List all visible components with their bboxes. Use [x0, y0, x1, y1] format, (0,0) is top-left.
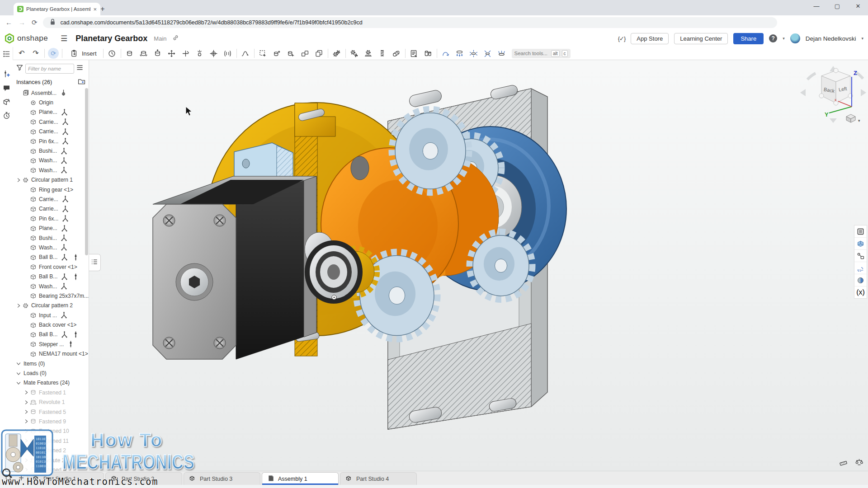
create-folder-icon[interactable] [77, 77, 86, 87]
workspace-name[interactable]: Main [154, 35, 166, 42]
timer-icon[interactable] [1, 110, 11, 120]
variables-icon[interactable]: (x) [854, 286, 867, 298]
address-bar[interactable]: cad.onshape.com/documents/5a13d645118279… [43, 17, 777, 28]
section-row[interactable]: Mate Features (24) [13, 378, 89, 388]
instance-row[interactable]: Front cover <1> [13, 262, 89, 272]
instance-row[interactable]: Wash... [13, 243, 89, 252]
learning-center-button[interactable]: Learning Center [674, 33, 728, 44]
expand-chevron-icon[interactable] [23, 408, 29, 416]
instance-row[interactable]: Wash... [13, 165, 89, 175]
path-relation-icon[interactable] [240, 48, 251, 59]
instance-row[interactable]: Bearing 25x37x7m... [13, 291, 89, 300]
rack-relation-icon[interactable] [363, 48, 374, 59]
reload-icon[interactable]: ⟳ [32, 19, 38, 27]
onshape-logo[interactable]: onshape [5, 33, 48, 43]
explode-step-icon[interactable] [454, 48, 465, 59]
expand-chevron-icon[interactable] [23, 436, 29, 445]
mate-feature-row[interactable]: Fastened 11 [13, 436, 89, 446]
mate-feature-row[interactable]: Fastened 9 [13, 417, 89, 426]
link-icon[interactable] [172, 34, 179, 43]
measure-icon[interactable] [839, 458, 848, 468]
instance-row[interactable]: Ball B... [13, 330, 89, 339]
translate-part-icon[interactable] [166, 48, 177, 59]
tree-scrollbar[interactable] [85, 88, 88, 255]
window-close-icon[interactable]: ✕ [854, 3, 862, 9]
instance-row[interactable]: Origin [13, 98, 89, 107]
group-parts-icon[interactable] [300, 48, 311, 59]
window-minimize-icon[interactable]: — [813, 3, 820, 9]
add-mate-connector-icon[interactable] [1, 69, 11, 79]
featurescript-icon[interactable]: {✓} [618, 35, 626, 42]
parallel-mate-icon[interactable] [222, 48, 233, 59]
instance-row[interactable]: Ball B... [13, 272, 89, 281]
instance-row[interactable]: Assembl... [13, 88, 89, 98]
ball-mate-icon[interactable] [194, 48, 205, 59]
instance-row[interactable]: Back cover <1> [13, 320, 89, 329]
named-views-icon[interactable] [854, 238, 867, 250]
new-tab-button[interactable]: + [98, 4, 108, 14]
mate-feature-row[interactable]: Fastened 5 [13, 407, 89, 417]
belt-relation-icon[interactable] [391, 48, 402, 59]
share-button[interactable]: Share [733, 33, 764, 44]
bom-table-icon[interactable] [409, 48, 420, 59]
screw-relation-icon[interactable] [377, 48, 388, 59]
appearance-sphere-icon[interactable] [854, 274, 867, 286]
user-menu-caret-icon[interactable]: ▾ [861, 36, 863, 41]
forward-icon[interactable]: → [19, 19, 25, 27]
rotate-part-icon[interactable] [180, 48, 191, 59]
instance-row[interactable]: Carrie... [13, 117, 89, 127]
section-row[interactable]: Loads (0) [13, 368, 89, 378]
mate-feature-row[interactable]: Revolute 1 [13, 398, 89, 407]
box-select-icon[interactable] [258, 48, 269, 59]
instance-row[interactable]: Plane... [13, 223, 89, 233]
instance-row[interactable]: Pin 6x... [13, 136, 89, 146]
comments-icon[interactable] [1, 83, 11, 93]
instance-row[interactable]: Circular pattern 1 [13, 175, 89, 185]
replicate-gears-icon[interactable] [331, 48, 342, 59]
section-row[interactable]: Items (0) [13, 359, 89, 368]
mate-feature-row[interactable]: Fastened 10 [13, 427, 89, 436]
mate-feature-row[interactable]: Fastened 1 [13, 388, 89, 397]
expand-chevron-icon[interactable] [23, 417, 29, 426]
instance-row[interactable]: Bushi... [13, 233, 89, 243]
element-tab-assembly-1[interactable]: Assembly 1 [262, 472, 339, 485]
collapse-chevron-icon[interactable] [15, 369, 22, 378]
drawing-sheet-icon[interactable] [854, 262, 867, 274]
tab-close-icon[interactable]: × [93, 6, 97, 13]
instance-row[interactable]: Wash... [13, 282, 89, 291]
instance-row[interactable]: Ball B... [13, 253, 89, 262]
revolute-mate-icon[interactable] [138, 48, 149, 59]
mate-feature-row[interactable]: Fastened 4 [13, 465, 89, 471]
instance-row[interactable]: Input ... [13, 310, 89, 320]
instance-row[interactable]: NEMA17 mount <1> [13, 349, 89, 359]
expand-chevron-icon[interactable] [23, 446, 29, 455]
panel-collapse-handle[interactable] [89, 254, 101, 271]
element-tab-part-studio-3[interactable]: Part Studio 3 [184, 472, 260, 485]
expand-chevron-icon[interactable] [15, 301, 22, 310]
select-instance-icon[interactable] [286, 48, 297, 59]
configurations-icon[interactable] [854, 250, 867, 262]
instance-row[interactable]: Ring gear <1> [13, 185, 89, 194]
bom-table-icon[interactable] [854, 225, 867, 238]
expand-chevron-icon[interactable] [15, 176, 22, 184]
instance-row[interactable]: Pin 6x... [13, 214, 89, 223]
user-avatar[interactable] [790, 33, 800, 43]
update-icon[interactable]: ⟳ [48, 48, 59, 59]
user-name[interactable]: Dejan Nedelkovski [806, 35, 856, 42]
search-tools-box[interactable]: Search tools... alt c [512, 49, 571, 58]
insert-derived-icon[interactable] [272, 48, 283, 59]
list-options-icon[interactable] [75, 63, 84, 74]
expand-chevron-icon[interactable] [23, 456, 29, 465]
explode-radial-icon[interactable] [468, 48, 479, 59]
part-lookup-icon[interactable]: ? [1, 97, 11, 107]
model-viewport[interactable] [89, 60, 868, 471]
expand-chevron-icon[interactable] [23, 427, 29, 436]
instance-row[interactable]: Carrie... [13, 127, 89, 136]
instance-row[interactable]: Stepper ... [13, 339, 89, 349]
explode-collapse-icon[interactable] [482, 48, 493, 59]
browser-tab[interactable]: Planetary Gearbox | Assembly 1 × [14, 3, 100, 15]
expand-chevron-icon[interactable] [23, 398, 29, 407]
mate-feature-row[interactable]: Fastened 2 [13, 446, 89, 455]
fastened-mate-icon[interactable] [124, 48, 135, 59]
gear-relation-icon[interactable] [349, 48, 360, 59]
